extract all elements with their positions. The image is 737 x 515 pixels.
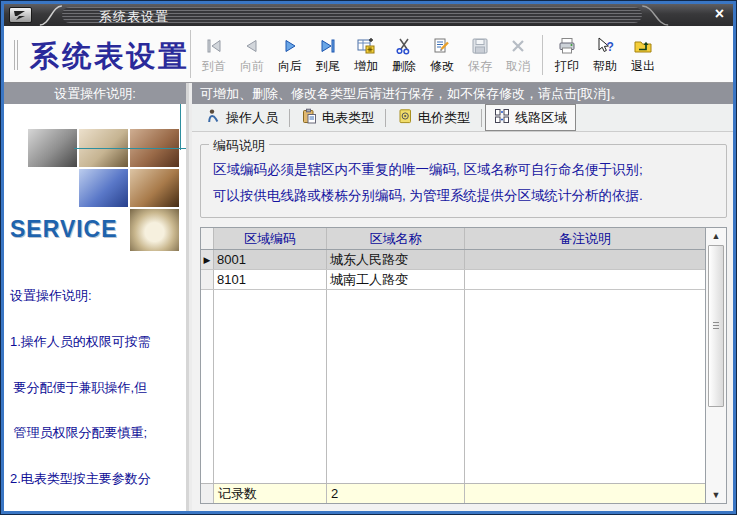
instruction-line: 管理员权限分配要慎重; — [10, 425, 184, 440]
app-window: 系统表设置 × 系统表设置 到首 向前 — [0, 0, 737, 515]
clipboard-icon — [301, 108, 317, 127]
exit-button[interactable]: 退出 — [624, 29, 662, 81]
coding-explanation-groupbox: 编码说明 区域编码必须是辖区内不重复的唯一编码, 区域名称可自行命名便于识别; … — [200, 144, 727, 218]
footer-indicator-cell — [201, 484, 214, 503]
cell-remark[interactable] — [465, 270, 705, 289]
tab-price-types[interactable]: 电价类型 — [389, 105, 478, 130]
help-cursor-icon: ? — [595, 35, 615, 57]
cancel-x-icon — [508, 35, 528, 57]
photo-pocket-watch — [130, 209, 179, 251]
cell-area-code[interactable]: 8101 — [214, 270, 327, 289]
tab-meter-types[interactable]: 电表类型 — [293, 105, 382, 130]
cell-area-name[interactable]: 城南工人路变 — [327, 270, 465, 289]
cancel-button[interactable]: 取消 — [499, 29, 537, 81]
delete-button[interactable]: 删除 — [385, 29, 423, 81]
row-indicator-cell: ▶ — [201, 250, 214, 269]
area-data-grid: 区域编码 区域名称 备注说明 ▶ 8001 城东人民路变 — [200, 227, 727, 504]
cell-area-name[interactable]: 城东人民路变 — [327, 250, 465, 269]
previous-icon — [242, 35, 262, 57]
sidebar-header: 设置操作说明: — [4, 83, 186, 104]
toolbar-button-label: 打印 — [555, 58, 579, 75]
toolbar-button-label: 向前 — [240, 58, 264, 75]
add-button[interactable]: 增加 — [347, 29, 385, 81]
tab-line-areas[interactable]: 线路区域 — [485, 104, 576, 131]
header-separator — [190, 30, 191, 78]
goto-last-button[interactable]: 到尾 — [309, 29, 347, 81]
toolbar-button-label: 帮助 — [593, 58, 617, 75]
print-button[interactable]: 打印 — [548, 29, 586, 81]
toolbar-button-label: 增加 — [354, 58, 378, 75]
main-area: 可增加、删除、修改各类型后请进行保存，如不保存修改，请点击[取消]。 操作人员 … — [192, 83, 733, 511]
photo-watch-hand — [130, 169, 179, 207]
cell-area-code[interactable]: 8001 — [214, 250, 327, 269]
area-pages-icon — [494, 108, 510, 127]
toolbar-button-label: 到首 — [202, 58, 226, 75]
save-button[interactable]: 保存 — [461, 29, 499, 81]
photo-keyboard — [79, 169, 128, 207]
grid-header-row: 区域编码 区域名称 备注说明 — [201, 228, 705, 250]
price-book-icon — [397, 108, 413, 127]
column-header-remark: 备注说明 — [465, 228, 705, 249]
scrollbar-grip — [713, 322, 719, 330]
tab-separator — [289, 109, 290, 127]
row-indicator-cell — [201, 270, 214, 289]
vertical-scrollbar[interactable]: ▲ ▼ — [705, 228, 726, 503]
status-message-bar: 可增加、删除、修改各类型后请进行保存，如不保存修改，请点击[取消]。 — [192, 83, 733, 104]
window-titlebar[interactable]: 系统表设置 × — [4, 4, 733, 26]
record-pointer-icon: ▶ — [204, 255, 211, 265]
empty-indicator-column — [201, 290, 214, 483]
instruction-line: 1.操作人员的权限可按需 — [10, 334, 184, 349]
tab-content-panel: 编码说明 区域编码必须是辖区内不重复的唯一编码, 区域名称可自行命名便于识别; … — [192, 132, 733, 511]
client-area: 系统表设置 × 系统表设置 到首 向前 — [4, 4, 733, 511]
category-tab-strip: 操作人员 电表类型 电价类型 — [192, 104, 733, 132]
tab-label: 电价类型 — [418, 109, 470, 127]
exit-folder-icon — [633, 35, 653, 57]
previous-button[interactable]: 向前 — [233, 29, 271, 81]
add-record-icon — [356, 35, 376, 57]
column-header-area-name: 区域名称 — [327, 228, 465, 249]
operator-person-icon — [205, 108, 221, 127]
next-button[interactable]: 向后 — [271, 29, 309, 81]
window-title: 系统表设置 — [99, 8, 169, 26]
page-title: 系统表设置 — [30, 37, 190, 77]
save-floppy-icon — [470, 35, 490, 57]
table-row[interactable]: 8101 城南工人路变 — [201, 270, 705, 290]
cell-remark[interactable] — [465, 250, 705, 269]
footer-remark-cell — [465, 484, 705, 503]
help-button[interactable]: ? 帮助 — [586, 29, 624, 81]
table-row[interactable]: ▶ 8001 城东人民路变 — [201, 250, 705, 270]
scroll-up-icon[interactable]: ▲ — [706, 228, 726, 244]
svg-text:?: ? — [607, 40, 614, 54]
instruction-line: 要分配便于兼职操作,但 — [10, 380, 184, 395]
tab-separator — [481, 109, 482, 127]
tab-operators[interactable]: 操作人员 — [197, 105, 286, 130]
empty-remark-column — [465, 290, 705, 483]
modify-button[interactable]: 修改 — [423, 29, 461, 81]
delete-scissors-icon — [394, 35, 414, 57]
empty-code-column — [214, 290, 327, 483]
service-label: SERVICE — [10, 216, 118, 243]
column-header-area-code: 区域编码 — [214, 228, 327, 249]
crosshair-line-horizontal — [74, 148, 186, 149]
scroll-down-icon[interactable]: ▼ — [706, 487, 726, 503]
tab-separator — [385, 109, 386, 127]
goto-last-icon — [318, 35, 338, 57]
header-band: 系统表设置 到首 向前 — [4, 26, 733, 83]
toolbar-button-label: 到尾 — [316, 58, 340, 75]
edit-icon — [432, 35, 452, 57]
toolbar-button-label: 修改 — [430, 58, 454, 75]
groupbox-text-line: 可以按供电线路或楼栋分别编码, 为管理系统提供分区域统计分析的依据. — [213, 183, 718, 209]
crosshair-line-vertical — [180, 104, 181, 150]
toolbar-button-label: 退出 — [631, 58, 655, 75]
scrollbar-thumb[interactable] — [708, 245, 724, 407]
goto-first-icon — [204, 35, 224, 57]
record-count-row: 记录数 2 — [201, 483, 705, 503]
toolbar-separator — [542, 35, 543, 75]
goto-first-button[interactable]: 到首 — [195, 29, 233, 81]
grid-columns: 区域编码 区域名称 备注说明 ▶ 8001 城东人民路变 — [201, 228, 705, 503]
toolbar-button-label: 取消 — [506, 58, 530, 75]
photo-tools — [28, 129, 77, 167]
close-button[interactable]: × — [715, 5, 724, 23]
toolbar-button-label: 删除 — [392, 58, 416, 75]
toolbar: 到首 向前 向后 — [195, 29, 733, 81]
